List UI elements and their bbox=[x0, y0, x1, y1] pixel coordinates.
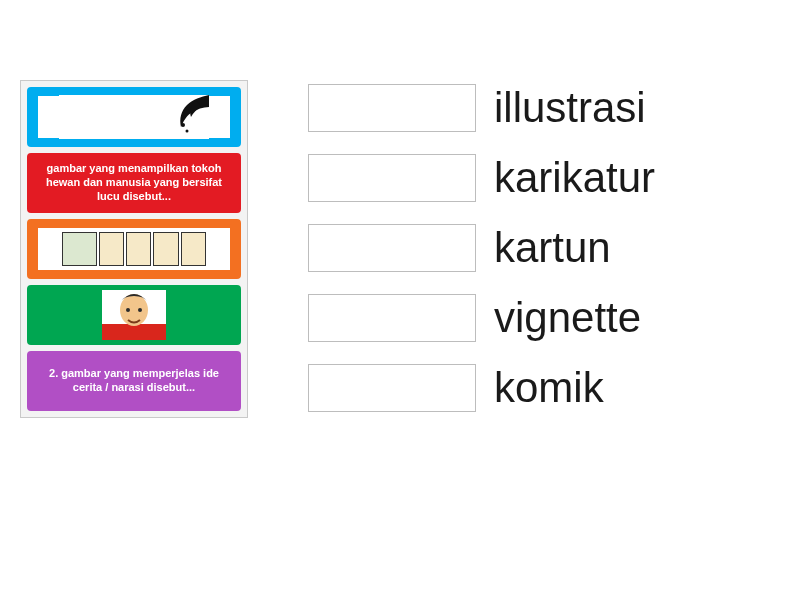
answer-row-vignette: vignette bbox=[308, 294, 655, 342]
drop-slot-illustrasi[interactable] bbox=[308, 84, 476, 132]
answer-row-kartun: kartun bbox=[308, 224, 655, 272]
comic-thumb-icon bbox=[59, 229, 209, 269]
card-vignette-image bbox=[38, 96, 230, 138]
answer-row-komik: komik bbox=[308, 364, 655, 412]
card-ilustrasi-text: 2. gambar yang memperjelas ide cerita / … bbox=[38, 367, 230, 395]
card-karikatur[interactable] bbox=[27, 285, 241, 345]
source-panel: gambar yang menampilkan tokoh hewan dan … bbox=[20, 80, 248, 418]
card-komik-image bbox=[38, 228, 230, 270]
answers-column: illustrasi karikatur kartun vignette kom… bbox=[308, 84, 655, 412]
svg-point-6 bbox=[138, 308, 142, 312]
svg-point-4 bbox=[120, 294, 148, 326]
answer-label-illustrasi: illustrasi bbox=[494, 87, 646, 129]
matching-activity: gambar yang menampilkan tokoh hewan dan … bbox=[20, 80, 780, 560]
caricature-thumb-icon bbox=[102, 290, 166, 340]
svg-point-0 bbox=[181, 123, 185, 127]
card-komik[interactable] bbox=[27, 219, 241, 279]
svg-point-5 bbox=[126, 308, 130, 312]
card-kartun[interactable]: gambar yang menampilkan tokoh hewan dan … bbox=[27, 153, 241, 213]
answer-label-kartun: kartun bbox=[494, 227, 611, 269]
answer-row-karikatur: karikatur bbox=[308, 154, 655, 202]
card-kartun-text: gambar yang menampilkan tokoh hewan dan … bbox=[38, 162, 230, 203]
drop-slot-vignette[interactable] bbox=[308, 294, 476, 342]
svg-rect-7 bbox=[122, 326, 146, 340]
answer-label-karikatur: karikatur bbox=[494, 157, 655, 199]
vignette-thumb-icon bbox=[59, 95, 209, 139]
answer-label-vignette: vignette bbox=[494, 297, 641, 339]
card-ilustrasi[interactable]: 2. gambar yang memperjelas ide cerita / … bbox=[27, 351, 241, 411]
answer-label-komik: komik bbox=[494, 367, 604, 409]
card-vignette[interactable] bbox=[27, 87, 241, 147]
svg-point-1 bbox=[186, 130, 189, 133]
drop-slot-kartun[interactable] bbox=[308, 224, 476, 272]
answer-row-illustrasi: illustrasi bbox=[308, 84, 655, 132]
drop-slot-komik[interactable] bbox=[308, 364, 476, 412]
drop-slot-karikatur[interactable] bbox=[308, 154, 476, 202]
